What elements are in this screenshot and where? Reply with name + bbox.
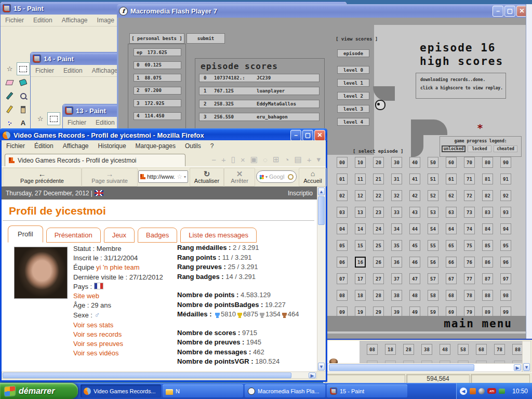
- eraser-tool[interactable]: [3, 76, 16, 89]
- stop-button[interactable]: ✕ Arrêter: [224, 168, 255, 187]
- episode-cell-27[interactable]: 27: [373, 273, 384, 284]
- freeform-select-tool[interactable]: ☆: [3, 62, 16, 75]
- episode-cell-25[interactable]: 25: [373, 240, 384, 251]
- episode-cell-86[interactable]: 86: [482, 257, 493, 268]
- personal-best-row[interactable]: 297.200: [134, 87, 181, 95]
- view-scores-episode[interactable]: episode: [337, 49, 369, 57]
- episode-cell-38[interactable]: 38: [391, 290, 402, 301]
- taskbar-button-3[interactable]: Macromedia Flash Pla...: [245, 384, 325, 397]
- episode-cell-73[interactable]: 73: [464, 207, 475, 218]
- episode-cell-62[interactable]: 62: [446, 190, 457, 201]
- episode-score-row[interactable]: 0107374182.:JC239: [199, 74, 320, 82]
- scroll-right-button[interactable]: ▶: [309, 373, 316, 378]
- clock-icon[interactable]: ◔: [284, 155, 289, 164]
- episode-cell-23[interactable]: 23: [373, 207, 384, 218]
- add-icon[interactable]: +: [307, 155, 312, 164]
- episode-cell-92[interactable]: 92: [500, 190, 511, 201]
- episode-cell-83[interactable]: 83: [482, 207, 493, 218]
- episode-cell-61[interactable]: 61: [446, 174, 457, 184]
- legend-unlocked[interactable]: unlocked: [442, 145, 466, 152]
- episode-cell-06[interactable]: 06: [337, 257, 348, 268]
- episode-cell-60[interactable]: 60: [446, 157, 457, 168]
- freeform-select-tool[interactable]: ☆: [34, 112, 47, 125]
- menu-affichage[interactable]: Affichage: [58, 141, 94, 151]
- episode-cell-74[interactable]: 74: [464, 223, 475, 234]
- scroll-right-button[interactable]: ▶: [514, 364, 521, 371]
- back-button[interactable]: ← Page précédente: [3, 168, 82, 187]
- episode-cell-32[interactable]: 32: [391, 190, 402, 201]
- episode-cell-76[interactable]: 76: [464, 257, 475, 268]
- personal-best-row[interactable]: ep173.625: [134, 48, 181, 56]
- view-scores-level-4[interactable]: level 4: [337, 118, 369, 126]
- usb-tray-icon[interactable]: [499, 389, 505, 394]
- background-vertical-scrollbar[interactable]: ▼: [522, 341, 531, 372]
- episode-cell-94[interactable]: 94: [500, 223, 511, 234]
- scroll-down-button[interactable]: ▼: [523, 363, 530, 371]
- episode-cell-11[interactable]: 11: [355, 174, 366, 184]
- episode-cell-95[interactable]: 95: [500, 240, 511, 251]
- episode-cell-46[interactable]: 46: [409, 257, 420, 268]
- bg-episode-cell-88[interactable]: 88: [512, 344, 523, 355]
- episode-cell-90[interactable]: 90: [500, 157, 511, 168]
- print-icon[interactable]: ▤: [295, 155, 302, 164]
- episode-cell-50[interactable]: 50: [428, 157, 438, 168]
- taskbar-button-1[interactable]: Video Games Records...: [81, 384, 161, 397]
- menu-dition[interactable]: Édition: [30, 141, 58, 151]
- episode-cell-67[interactable]: 67: [446, 273, 457, 284]
- episode-cell-48[interactable]: 48: [409, 290, 420, 301]
- episode-cell-12[interactable]: 12: [355, 190, 366, 201]
- episode-cell-71[interactable]: 71: [464, 174, 475, 184]
- episode-cell-43[interactable]: 43: [409, 207, 420, 218]
- episode-cell-30[interactable]: 30: [391, 157, 402, 168]
- episode-cell-66[interactable]: 66: [446, 257, 457, 268]
- menu-outils[interactable]: Outils: [180, 141, 206, 151]
- java-tray-icon[interactable]: [470, 388, 476, 394]
- episode-cell-51[interactable]: 51: [428, 174, 438, 184]
- close-button[interactable]: ✕: [314, 130, 325, 141]
- menu-edition[interactable]: Edition: [59, 65, 87, 76]
- episode-cell-02[interactable]: 02: [337, 190, 348, 201]
- episode-cell-44[interactable]: 44: [409, 223, 420, 234]
- episode-cell-81[interactable]: 81: [482, 174, 493, 184]
- episode-cell-56[interactable]: 56: [428, 257, 438, 268]
- view-scores-level-1[interactable]: level 1: [337, 79, 369, 87]
- episode-cell-42[interactable]: 42: [409, 190, 420, 201]
- flash-titlebar[interactable]: f Macromedia Flash Player 7 – ▢ ✕: [117, 4, 529, 18]
- episode-cell-24[interactable]: 24: [373, 223, 384, 234]
- episode-cell-84[interactable]: 84: [482, 223, 493, 234]
- url-dropdown-icon[interactable]: ▾: [184, 175, 186, 179]
- episode-cell-26[interactable]: 26: [373, 257, 384, 268]
- submit-button[interactable]: submit: [187, 33, 225, 44]
- view-scores-level-0[interactable]: level 0: [337, 66, 369, 74]
- episode-cell-35[interactable]: 35: [391, 240, 402, 251]
- episode-cell-78[interactable]: 78: [464, 290, 475, 301]
- episode-cell-10[interactable]: 10: [355, 157, 366, 168]
- episode-cell-70[interactable]: 70: [464, 157, 475, 168]
- episode-cell-58[interactable]: 58: [428, 290, 438, 301]
- search-dropdown-icon[interactable]: ▾: [265, 175, 268, 179]
- scroll-thumb[interactable]: [318, 196, 325, 225]
- episode-cell-07[interactable]: 07: [337, 273, 348, 284]
- episode-cell-28[interactable]: 28: [373, 290, 384, 301]
- caret-down-icon[interactable]: ▾: [316, 155, 321, 164]
- airbrush-tool[interactable]: [3, 116, 16, 129]
- episode-cell-77[interactable]: 77: [464, 273, 475, 284]
- episode-cell-80[interactable]: 80: [482, 157, 493, 168]
- scroll-thumb[interactable]: [3, 373, 291, 378]
- fill-tool[interactable]: [17, 76, 30, 89]
- episode-cell-72[interactable]: 72: [464, 190, 475, 201]
- episode-cell-34[interactable]: 34: [391, 223, 402, 234]
- profile-link[interactable]: Site web: [73, 292, 99, 300]
- inscription-link[interactable]: Inscriptio: [288, 190, 313, 197]
- scroll-down-button[interactable]: ▼: [318, 363, 325, 370]
- episode-cell-64[interactable]: 64: [446, 223, 457, 234]
- menu-fichier[interactable]: Fichier: [2, 141, 30, 151]
- minimize-button[interactable]: –: [493, 6, 503, 17]
- bg-episode-cell-78[interactable]: 78: [494, 344, 505, 355]
- magnifier-tool[interactable]: [17, 89, 30, 102]
- profile-tab-liste-des-messages[interactable]: Liste des messages: [180, 228, 257, 243]
- menu-marquepages[interactable]: Marque-pages: [131, 141, 180, 151]
- episode-cell-97[interactable]: 97: [500, 273, 511, 284]
- legend-locked[interactable]: locked: [468, 145, 491, 152]
- minus-icon[interactable]: −: [211, 155, 216, 164]
